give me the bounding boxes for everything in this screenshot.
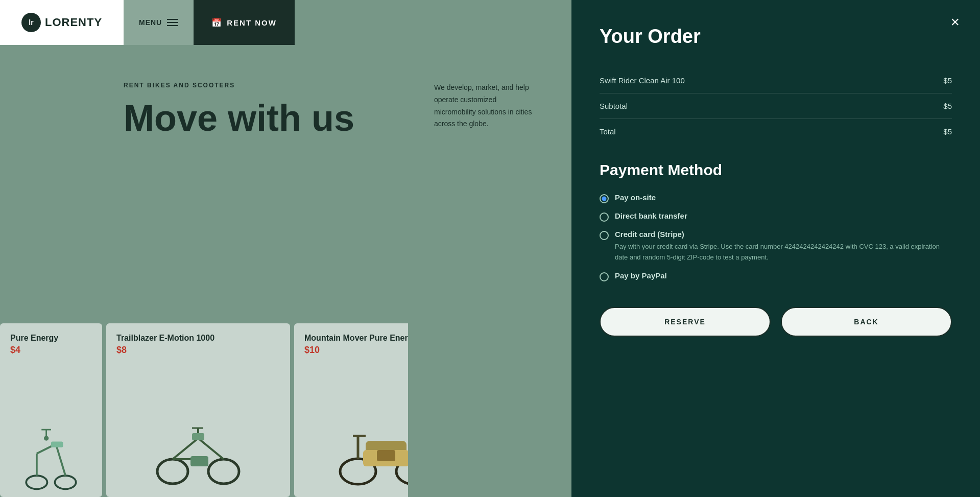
vehicles-row: Pure Energy $4 Trailblazer E-Motion 1000… xyxy=(0,303,408,497)
rent-now-label: RENT NOW xyxy=(227,18,277,27)
payment-label-pay-onsite: Pay on-site xyxy=(615,193,656,202)
menu-label: MENU xyxy=(139,18,162,27)
svg-line-4 xyxy=(56,444,65,476)
calendar-icon: 📅 xyxy=(211,18,223,28)
svg-point-7 xyxy=(44,436,49,440)
payment-option-credit-card[interactable]: Credit card (Stripe) Pay with your credi… xyxy=(600,230,952,263)
svg-point-10 xyxy=(208,459,239,484)
svg-rect-17 xyxy=(192,433,204,440)
svg-rect-16 xyxy=(190,456,208,466)
subtotal-value: $5 xyxy=(943,102,952,110)
payment-title: Payment Method xyxy=(600,161,952,179)
scooter-image xyxy=(20,415,82,492)
radio-paypal[interactable] xyxy=(600,272,609,281)
action-buttons: RESERVE BACK xyxy=(600,307,952,337)
payment-desc-credit-card: Pay with your credit card via Stripe. Us… xyxy=(615,242,952,263)
subtotal-row: Subtotal $5 xyxy=(600,93,952,119)
payment-option-bank-transfer[interactable]: Direct bank transfer xyxy=(600,211,952,222)
vehicle-card-trailblazer[interactable]: Trailblazer E-Motion 1000 $8 xyxy=(106,323,290,497)
svg-point-0 xyxy=(26,476,47,489)
hero-subtitle: RENT BIKES AND SCOOTERS xyxy=(124,82,408,89)
payment-label-credit-card: Credit card (Stripe) xyxy=(615,230,952,239)
vehicle-name: Mountain Mover Pure Energy xyxy=(304,334,408,343)
bike-image xyxy=(152,400,244,492)
moto-image xyxy=(335,390,408,492)
payment-label-paypal: Pay by PayPal xyxy=(615,271,667,280)
radio-bank-transfer[interactable] xyxy=(600,212,609,222)
order-item-name: Swift Rider Clean Air 100 xyxy=(600,76,685,85)
radio-pay-onsite[interactable] xyxy=(600,194,609,203)
radio-credit-card[interactable] xyxy=(600,231,609,240)
vehicle-card-mountain-mover[interactable]: Mountain Mover Pure Energy $10 xyxy=(294,323,408,497)
vehicle-price: $8 xyxy=(116,345,280,356)
back-button[interactable]: BACK xyxy=(781,307,952,337)
vehicle-name: Pure Energy xyxy=(10,334,92,343)
total-label: Total xyxy=(600,127,616,136)
hero-section: RENT BIKES AND SCOOTERS Move with us xyxy=(124,82,408,138)
svg-line-12 xyxy=(198,438,224,459)
svg-point-1 xyxy=(55,476,76,489)
logo-area: lr LORENTY xyxy=(0,0,124,45)
payment-option-pay-onsite[interactable]: Pay on-site xyxy=(600,193,952,203)
logo-icon: lr xyxy=(21,13,41,32)
hamburger-icon xyxy=(167,19,178,26)
svg-rect-8 xyxy=(51,442,63,447)
logo-initials: lr xyxy=(29,18,33,27)
order-items: Swift Rider Clean Air 100 $5 Subtotal $5… xyxy=(600,68,952,151)
order-item-price: $5 xyxy=(943,76,952,85)
vehicle-card-pure-energy-partial[interactable]: Pure Energy $4 xyxy=(0,323,102,497)
payment-options: Pay on-site Direct bank transfer Credit … xyxy=(600,193,952,281)
logo: lr LORENTY xyxy=(21,13,102,32)
rent-now-button[interactable]: 📅 RENT NOW xyxy=(194,0,295,45)
order-panel: × Your Order Swift Rider Clean Air 100 $… xyxy=(571,0,980,497)
total-row: Total $5 xyxy=(600,119,952,151)
vehicle-price: $10 xyxy=(304,345,408,356)
brand-name: LORENTY xyxy=(45,16,102,29)
vehicle-name: Trailblazer E-Motion 1000 xyxy=(116,334,280,343)
payment-label-bank-transfer: Direct bank transfer xyxy=(615,211,687,220)
svg-rect-26 xyxy=(377,450,395,461)
vehicle-price: $4 xyxy=(10,345,92,356)
svg-line-11 xyxy=(173,438,198,459)
menu-button[interactable]: MENU xyxy=(124,0,194,45)
order-title: Your Order xyxy=(600,26,952,48)
payment-option-paypal[interactable]: Pay by PayPal xyxy=(600,271,952,281)
close-button[interactable]: × xyxy=(950,14,960,30)
reserve-button[interactable]: RESERVE xyxy=(600,307,771,337)
order-item-row: Swift Rider Clean Air 100 $5 xyxy=(600,68,952,93)
hero-description: We develop, market, and help operate cus… xyxy=(434,82,536,130)
svg-point-9 xyxy=(157,459,188,484)
total-value: $5 xyxy=(943,127,952,136)
hero-title: Move with us xyxy=(124,98,408,138)
subtotal-label: Subtotal xyxy=(600,102,628,110)
